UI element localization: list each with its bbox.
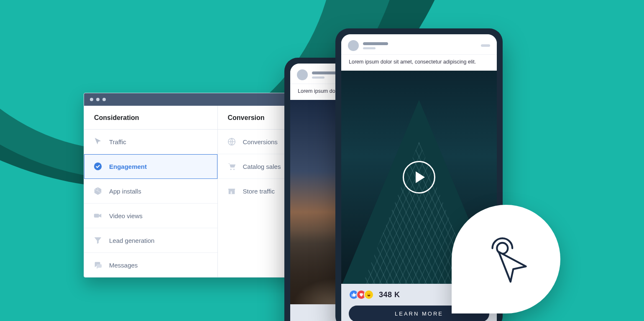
window-dot-icon <box>96 98 100 101</box>
objective-messages[interactable]: Messages <box>84 253 217 277</box>
window-dot-icon <box>90 98 93 101</box>
video-icon <box>93 211 102 220</box>
cart-icon <box>227 162 236 171</box>
svg-point-6 <box>366 292 372 298</box>
click-cursor-icon <box>479 232 533 286</box>
consideration-column: Consideration Traffic Engagement <box>84 106 218 277</box>
window-dot-icon <box>102 98 106 101</box>
reaction-stack[interactable] <box>349 290 374 300</box>
svg-point-7 <box>368 293 368 294</box>
objective-app-installs[interactable]: App installs <box>84 179 217 204</box>
objective-lead-generation[interactable]: Lead generation <box>84 228 217 253</box>
avatar <box>297 69 308 80</box>
name-placeholder <box>363 42 388 49</box>
svg-point-3 <box>230 169 231 170</box>
cursor-icon <box>93 137 102 146</box>
name-placeholder <box>312 71 337 79</box>
funnel-icon <box>93 236 102 245</box>
objective-label: Store traffic <box>243 188 275 195</box>
objective-label: Engagement <box>109 163 147 170</box>
play-button-icon[interactable] <box>403 161 435 194</box>
objective-video-views[interactable]: Video views <box>84 204 217 228</box>
stage: Consideration Traffic Engagement <box>0 0 644 321</box>
avatar <box>348 40 359 51</box>
objective-label: Conversions <box>243 138 278 145</box>
svg-rect-5 <box>230 191 232 194</box>
objective-label: Traffic <box>109 138 126 145</box>
click-cursor-bubble <box>452 205 560 313</box>
column-header: Consideration <box>84 106 217 130</box>
svg-rect-1 <box>94 214 99 217</box>
haha-reaction-icon <box>364 290 374 300</box>
svg-point-4 <box>233 169 235 170</box>
reaction-count: 348 K <box>379 290 400 299</box>
objective-engagement[interactable]: Engagement <box>84 154 217 179</box>
objective-label: Video views <box>109 212 143 219</box>
messages-icon <box>93 260 102 270</box>
store-icon <box>227 186 236 196</box>
globe-icon <box>227 137 236 146</box>
check-circle-icon <box>93 162 102 171</box>
post-caption: Lorem ipsum dolor sit amet, consectetur … <box>341 55 497 71</box>
sponsored-placeholder <box>481 44 490 47</box>
post-header <box>341 34 497 55</box>
cube-icon <box>93 186 102 196</box>
objective-label: Lead generation <box>109 237 154 244</box>
objective-label: Messages <box>109 262 138 269</box>
svg-point-8 <box>369 293 370 294</box>
objective-label: Catalog sales <box>243 163 281 170</box>
objective-traffic[interactable]: Traffic <box>84 130 217 154</box>
objective-label: App installs <box>109 188 141 195</box>
